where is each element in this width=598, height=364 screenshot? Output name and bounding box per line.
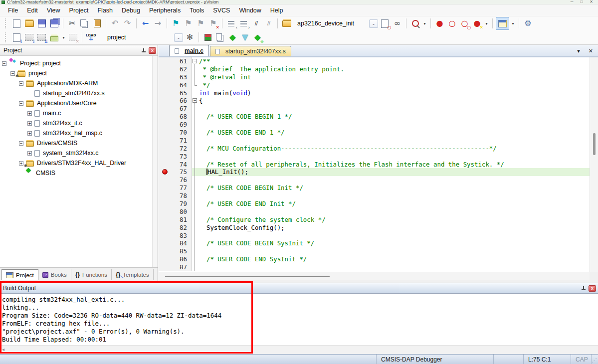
panel-tab-books[interactable]: Books xyxy=(38,269,71,280)
build-output-content[interactable]: compiling stm32f4xx_hal_exti.c...linking… xyxy=(0,294,598,345)
tree-item[interactable]: −Drivers/CMSIS xyxy=(0,138,152,148)
code-line[interactable]: 65int main(void) xyxy=(159,89,590,97)
code-line[interactable]: 75 HAL_Init(); xyxy=(159,168,590,176)
code-line[interactable]: 85 xyxy=(159,247,590,255)
project-windows-dropdown-icon[interactable]: ▾ xyxy=(510,21,516,26)
translate-file-icon[interactable]: ⇓ xyxy=(11,32,22,43)
menu-help[interactable]: Help xyxy=(266,5,288,15)
tab-list-dropdown-icon[interactable]: ▾ xyxy=(577,48,580,54)
breakpoint-margin[interactable] xyxy=(159,89,172,97)
fold-collapse-icon[interactable]: − xyxy=(192,57,199,65)
fold-collapse-icon[interactable]: − xyxy=(192,97,199,105)
resize-grip[interactable]: ⋰ xyxy=(592,355,598,364)
panel-tab-templates[interactable]: {}↘Templates xyxy=(112,269,154,280)
configure-icon[interactable]: ⚙ xyxy=(522,18,534,29)
menu-peripherals[interactable]: Peripherals xyxy=(145,5,185,15)
breakpoint-margin[interactable] xyxy=(159,105,172,113)
breakpoint-margin[interactable] xyxy=(159,255,172,263)
code-line[interactable]: 69 xyxy=(159,121,590,129)
breakpoint-margin[interactable] xyxy=(159,239,172,247)
code-line[interactable]: 68 /* USER CODE BEGIN 1 */ xyxy=(159,113,590,121)
unindent-icon[interactable]: ‹ xyxy=(225,18,237,29)
panel-tab-functions[interactable]: {}Functions xyxy=(71,269,112,280)
code-line[interactable]: 71 xyxy=(159,137,590,145)
manage-runtime-environment-icon[interactable]: ◆ xyxy=(227,32,238,43)
code-line[interactable]: 67 xyxy=(159,105,590,113)
close-document-icon[interactable]: ✕ xyxy=(589,48,593,54)
breakpoint-margin[interactable] xyxy=(159,81,172,89)
breakpoint-margin[interactable] xyxy=(159,129,172,137)
tree-item[interactable]: −Application/MDK-ARM xyxy=(0,78,152,88)
menu-debug[interactable]: Debug xyxy=(117,5,145,15)
options-for-target-icon[interactable] xyxy=(202,32,213,43)
cut-icon[interactable]: ✂ xyxy=(66,18,78,29)
paste-icon[interactable] xyxy=(91,18,103,29)
breakpoint-margin[interactable] xyxy=(159,137,172,145)
breakpoint-margin[interactable] xyxy=(159,200,172,208)
target-options-wand-icon[interactable]: ✻ xyxy=(184,32,196,43)
tree-item[interactable]: +stm32f4xx_hal_msp.c xyxy=(0,128,152,138)
search-text-combo[interactable]: ap3216c_device_init xyxy=(293,18,368,28)
collapse-icon[interactable]: − xyxy=(2,61,6,66)
open-file-icon[interactable] xyxy=(23,18,35,29)
save-icon[interactable] xyxy=(36,18,47,29)
undo-icon[interactable]: ↶ xyxy=(109,18,121,29)
code-line[interactable]: 62 * @brief The application entry point. xyxy=(159,65,590,73)
tree-item[interactable]: CMSIS xyxy=(0,168,152,178)
vertical-scrollbar-thumb[interactable] xyxy=(593,133,596,155)
horizontal-scrollbar-thumb[interactable] xyxy=(165,276,330,277)
breakpoint-margin[interactable] xyxy=(159,161,172,169)
target-combo-dropdown-icon[interactable]: ⌄ xyxy=(174,33,183,42)
bookmark-previous-icon[interactable]: ⚑ xyxy=(183,18,194,29)
kill-all-breakpoints-icon[interactable]: ●✕ xyxy=(471,18,483,29)
breakpoint-margin[interactable] xyxy=(159,113,172,121)
project-windows-highlight[interactable] xyxy=(496,17,509,30)
collapse-icon[interactable]: − xyxy=(19,101,23,106)
collapse-icon[interactable]: − xyxy=(10,71,15,76)
pin-icon[interactable] xyxy=(141,48,146,53)
build-target-icon[interactable]: ⇓ xyxy=(23,32,35,43)
menu-file[interactable]: File xyxy=(3,5,22,15)
collapse-icon[interactable]: − xyxy=(19,81,23,86)
expand-icon[interactable]: + xyxy=(27,121,32,126)
code-line[interactable]: 74 /* Reset of all peripherals, Initiali… xyxy=(159,161,590,169)
reference-lookup-dropdown-icon[interactable]: ▾ xyxy=(422,21,427,26)
download-icon[interactable]: LOAD⇊ xyxy=(85,32,97,43)
save-all-icon[interactable] xyxy=(48,18,60,29)
comment-selection-icon[interactable]: // xyxy=(250,18,262,29)
target-select-combo[interactable]: project xyxy=(103,32,173,42)
breakpoint-margin[interactable] xyxy=(159,153,172,161)
close-window-button[interactable]: ✕ xyxy=(590,0,593,4)
breakpoint-margin[interactable] xyxy=(159,97,172,105)
breakpoint-margin[interactable] xyxy=(159,247,172,255)
code-line[interactable]: 64 */ xyxy=(159,81,590,89)
menu-project[interactable]: Project xyxy=(65,5,93,15)
manage-project-items-icon[interactable] xyxy=(214,32,226,43)
close-build-output-button[interactable]: x xyxy=(589,285,596,292)
project-windows-icon[interactable] xyxy=(497,18,508,29)
menu-svcs[interactable]: SVCS xyxy=(208,5,234,15)
bookmark-toggle-icon[interactable]: ⚑ xyxy=(170,18,182,29)
code-line[interactable]: 66−{ xyxy=(159,97,590,105)
new-file-icon[interactable] xyxy=(11,18,22,29)
code-line[interactable]: 81 /* Configure the system clock */ xyxy=(159,216,590,224)
breakpoint-margin[interactable] xyxy=(159,73,172,81)
tree-item[interactable]: −Project: project xyxy=(0,58,152,68)
code-line[interactable]: 72 /* MCU Configuration-----------------… xyxy=(159,145,590,153)
batch-build-dropdown-icon[interactable]: ▾ xyxy=(61,35,66,40)
code-line[interactable]: 80 xyxy=(159,208,590,216)
code-editor[interactable]: 61−/**62 * @brief The application entry … xyxy=(159,57,590,272)
disable-all-breakpoints-icon[interactable]: ○○ xyxy=(459,18,470,29)
menu-edit[interactable]: Edit xyxy=(22,5,42,15)
rebuild-all-icon[interactable]: ⇊ xyxy=(36,32,47,43)
code-line[interactable]: 63 * @retval int xyxy=(159,73,590,81)
close-project-panel-button[interactable]: x xyxy=(149,47,156,54)
batch-build-icon[interactable] xyxy=(48,32,60,43)
code-line[interactable]: 87 xyxy=(159,263,590,271)
breakpoint-icon[interactable] xyxy=(162,169,168,175)
code-line[interactable]: 83 xyxy=(159,232,590,240)
breakpoint-margin[interactable] xyxy=(159,208,172,216)
breakpoint-margin[interactable] xyxy=(159,192,172,200)
reference-lookup-icon[interactable] xyxy=(409,18,421,29)
breakpoint-margin[interactable] xyxy=(159,263,172,271)
